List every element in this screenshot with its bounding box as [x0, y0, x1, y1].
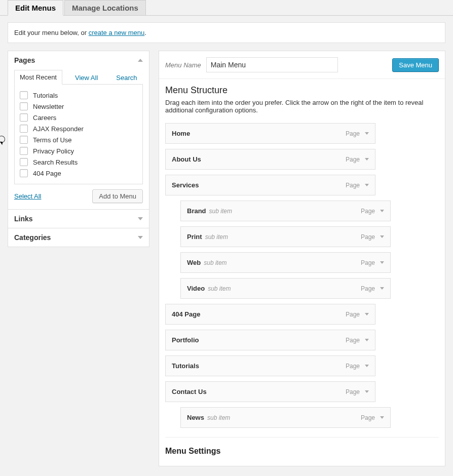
- menu-item-row[interactable]: Websub itemPage: [180, 252, 391, 273]
- create-new-menu-link[interactable]: create a new menu: [89, 29, 145, 36]
- menu-item-type: Page: [361, 208, 375, 215]
- chevron-down-icon[interactable]: [365, 390, 369, 393]
- menu-item-title: Video: [187, 285, 205, 292]
- page-checkbox[interactable]: [20, 147, 28, 155]
- page-label: 404 Page: [33, 170, 61, 177]
- menu-structure-title: Menu Structure: [165, 85, 439, 96]
- menu-item-title: Home: [172, 130, 190, 137]
- menu-item-row[interactable]: Newssub itemPage: [180, 407, 391, 428]
- page-checkbox[interactable]: [20, 158, 28, 166]
- info-text-prefix: Edit your menu below, or: [14, 29, 89, 36]
- pages-metabox-title: Pages: [14, 56, 35, 64]
- links-metabox-header[interactable]: Links: [8, 210, 149, 228]
- menu-item-row[interactable]: 404 PagePage: [165, 304, 375, 325]
- page-list-item[interactable]: AJAX Responder: [20, 123, 137, 134]
- menu-item-row[interactable]: PortfolioPage: [165, 330, 375, 350]
- page-checkbox[interactable]: [20, 169, 28, 177]
- info-bar: Edit your menu below, or create a new me…: [8, 22, 445, 43]
- chevron-down-icon[interactable]: [380, 287, 384, 290]
- chevron-down-icon[interactable]: [365, 158, 369, 161]
- add-to-menu-button[interactable]: Add to Menu: [92, 189, 143, 203]
- page-checkbox[interactable]: [20, 102, 28, 110]
- page-list-item[interactable]: Privacy Policy: [20, 145, 137, 156]
- page-checkbox[interactable]: [20, 125, 28, 133]
- page-label: AJAX Responder: [33, 125, 84, 133]
- menu-item-title: News: [187, 414, 204, 421]
- menu-item-row[interactable]: Brandsub itemPage: [180, 201, 391, 221]
- menu-item-type: Page: [346, 130, 360, 137]
- menu-structure-desc: Drag each item into the order you prefer…: [165, 99, 439, 114]
- subtab-most-recent[interactable]: Most Recent: [14, 70, 62, 85]
- categories-metabox-header[interactable]: Categories: [8, 228, 149, 247]
- chevron-down-icon[interactable]: [365, 184, 369, 186]
- menu-item-row[interactable]: About UsPage: [165, 149, 375, 170]
- menu-settings-title: Menu Settings: [165, 447, 439, 456]
- chevron-down-icon[interactable]: [380, 261, 384, 264]
- menu-name-input[interactable]: [206, 57, 338, 72]
- menu-item-title: Print: [187, 233, 202, 241]
- categories-metabox: Categories: [8, 228, 149, 247]
- chevron-down-icon[interactable]: [380, 210, 384, 212]
- menu-item-title: Web: [187, 259, 201, 266]
- subtab-search[interactable]: Search: [110, 70, 142, 85]
- info-text-suffix: .: [144, 29, 146, 36]
- menu-item-type: Page: [346, 182, 360, 189]
- chevron-down-icon[interactable]: [380, 416, 384, 419]
- page-label: Tutorials: [33, 92, 58, 99]
- page-list-item[interactable]: Careers: [20, 112, 137, 123]
- menu-item-type: Page: [346, 388, 360, 395]
- page-list-item[interactable]: Search Results: [20, 156, 137, 168]
- menu-item-row[interactable]: Printsub itemPage: [180, 226, 391, 247]
- menu-item-title: Portfolio: [172, 336, 199, 344]
- pages-subtabs: Most Recent View All Search: [14, 69, 143, 85]
- chevron-down-icon: [138, 217, 143, 220]
- page-list-item[interactable]: 404 Page: [20, 168, 137, 179]
- nav-tabs: Edit Menus Manage Locations: [0, 0, 453, 16]
- tab-manage-locations[interactable]: Manage Locations: [64, 0, 146, 15]
- menu-item-type: Page: [361, 233, 375, 241]
- menu-item-type: Page: [361, 414, 375, 421]
- menu-item-type: Page: [346, 311, 360, 318]
- chevron-down-icon[interactable]: [365, 313, 369, 315]
- pages-metabox: Pages Most Recent View All Search Tutori…: [8, 51, 149, 210]
- chevron-down-icon[interactable]: [365, 132, 369, 135]
- page-list-item[interactable]: Tutorials: [20, 90, 137, 101]
- menu-item-subitem-label: sub item: [207, 414, 230, 421]
- chevron-up-icon: [138, 59, 143, 62]
- page-checkbox[interactable]: [20, 91, 28, 99]
- menu-item-title: Tutorials: [172, 362, 199, 370]
- menu-item-row[interactable]: Videosub itemPage: [180, 278, 391, 299]
- menu-item-row[interactable]: Contact UsPage: [165, 381, 375, 402]
- page-label: Newsletter: [33, 103, 64, 110]
- select-all-link[interactable]: Select All: [14, 192, 41, 200]
- menu-edit-panel: Menu Name Save Menu Menu Structure Drag …: [159, 51, 445, 466]
- save-menu-button[interactable]: Save Menu: [392, 58, 439, 72]
- menu-items: HomePageAbout UsPageServicesPageBrandsub…: [165, 123, 439, 428]
- menu-item-title: About Us: [172, 155, 201, 163]
- tab-edit-menus[interactable]: Edit Menus: [8, 0, 63, 16]
- chevron-down-icon[interactable]: [365, 365, 369, 367]
- menu-item-type: Page: [346, 337, 360, 344]
- menu-item-subitem-label: sub item: [208, 285, 231, 292]
- page-checkbox[interactable]: [20, 113, 28, 122]
- menu-item-row[interactable]: ServicesPage: [165, 175, 375, 195]
- menu-item-row[interactable]: TutorialsPage: [165, 355, 375, 376]
- page-list-item[interactable]: Terms of Use: [20, 134, 137, 145]
- chevron-down-icon[interactable]: [380, 235, 384, 238]
- menu-item-row[interactable]: HomePage: [165, 123, 375, 144]
- page-label: Search Results: [33, 158, 78, 166]
- menu-item-title: Services: [172, 181, 199, 189]
- subtab-view-all[interactable]: View All: [69, 70, 103, 85]
- menu-item-subitem-label: sub item: [205, 233, 228, 241]
- menu-name-label: Menu Name: [165, 61, 201, 69]
- chevron-down-icon[interactable]: [365, 339, 369, 341]
- menu-item-subitem-label: sub item: [204, 259, 226, 266]
- menu-item-title: Brand: [187, 207, 206, 215]
- pages-metabox-header[interactable]: Pages: [8, 51, 149, 69]
- page-list-item[interactable]: Newsletter: [20, 101, 137, 112]
- page-label: Careers: [33, 114, 56, 122]
- menu-item-type: Page: [361, 285, 375, 292]
- page-checkbox[interactable]: [20, 136, 28, 144]
- menu-item-title: 404 Page: [172, 310, 200, 318]
- menu-item-type: Page: [346, 363, 360, 370]
